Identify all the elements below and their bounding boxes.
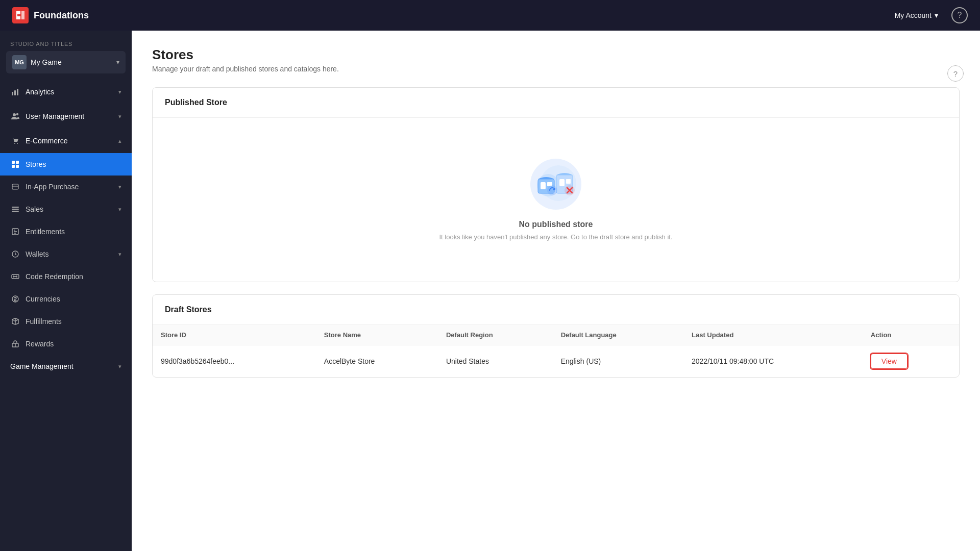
sidebar-item-sales[interactable]: Sales ▾ (0, 198, 132, 220)
sidebar-item-fulfillments[interactable]: Fulfillments (0, 310, 132, 333)
studio-selector[interactable]: MG My Game ▾ (6, 51, 126, 73)
svg-point-30 (547, 185, 557, 195)
draft-stores-card: Draft Stores Store ID Store Name Default… (152, 294, 960, 378)
in-app-purchase-icon (10, 182, 20, 192)
entitlements-label: Entitlements (26, 228, 65, 236)
nav-right: My Account ▾ ? (890, 7, 968, 23)
table-header-row: Store ID Store Name Default Region Defau… (153, 325, 959, 345)
user-management-label: User Management (26, 112, 84, 120)
empty-store-illustration (525, 159, 586, 210)
wallets-chevron-icon: ▾ (118, 251, 121, 258)
store-illustration-svg (533, 164, 579, 205)
col-action: Action (863, 325, 959, 345)
layout: STUDIO AND TITLES MG My Game ▾ Analytics… (0, 31, 980, 551)
in-app-purchase-label: In-App Purchase (26, 183, 79, 191)
sidebar: STUDIO AND TITLES MG My Game ▾ Analytics… (0, 31, 132, 551)
logo-icon (12, 7, 29, 23)
code-redemption-icon (10, 271, 20, 282)
my-account-label: My Account (895, 11, 932, 19)
svg-rect-0 (12, 7, 29, 23)
sidebar-item-ecommerce[interactable]: E-Commerce ▴ (0, 129, 132, 153)
entitlements-icon (10, 227, 20, 237)
sidebar-item-stores[interactable]: Stores (0, 153, 132, 176)
users-icon (10, 111, 20, 121)
col-last-updated: Last Updated (683, 325, 863, 345)
draft-stores-header: Draft Stores (153, 295, 959, 325)
store-region-cell: United States (438, 345, 553, 378)
sales-label: Sales (26, 205, 43, 213)
col-default-region: Default Region (438, 325, 553, 345)
sales-chevron-icon: ▾ (118, 206, 121, 213)
main-content-area: ? Stores Manage your draft and published… (132, 31, 980, 551)
sidebar-item-wallets[interactable]: Wallets ▾ (0, 243, 132, 265)
page-content: Stores Manage your draft and published s… (132, 31, 980, 406)
in-app-purchase-chevron-icon: ▾ (118, 184, 121, 190)
rewards-label: Rewards (26, 340, 54, 348)
studio-chevron-icon: ▾ (116, 59, 119, 66)
svg-point-4 (13, 113, 16, 116)
svg-rect-1 (12, 92, 13, 95)
svg-point-7 (17, 143, 18, 144)
page-subtitle: Manage your draft and published stores a… (152, 65, 960, 73)
sidebar-item-entitlements[interactable]: Entitlements (0, 220, 132, 243)
svg-point-5 (16, 113, 18, 115)
wallets-icon (10, 249, 20, 259)
svg-rect-24 (541, 182, 546, 189)
sidebar-item-analytics[interactable]: Analytics ▾ (0, 80, 132, 104)
store-language-cell: English (US) (553, 345, 683, 378)
published-store-header: Published Store (153, 88, 959, 118)
svg-rect-8 (12, 161, 15, 164)
sidebar-item-currencies[interactable]: Currencies (0, 288, 132, 310)
fulfillments-label: Fulfillments (26, 317, 62, 325)
app-title: Foundations (34, 10, 89, 21)
sidebar-item-game-management[interactable]: Game Management ▾ (0, 355, 132, 378)
table-body: 99d0f3a6b5264feeb0... AccelByte Store Un… (153, 345, 959, 378)
sidebar-item-code-redemption[interactable]: Code Redemption (0, 265, 132, 288)
help-button[interactable]: ? (951, 7, 968, 23)
page-title: Stores (152, 47, 960, 63)
page-help-button[interactable]: ? (947, 65, 964, 82)
store-action-cell: View (863, 345, 959, 378)
sidebar-item-user-management[interactable]: User Management ▾ (0, 104, 132, 129)
table-row: 99d0f3a6b5264feeb0... AccelByte Store Un… (153, 345, 959, 378)
rewards-icon (10, 339, 20, 349)
svg-rect-14 (12, 209, 19, 210)
empty-state: No published store It looks like you hav… (165, 128, 947, 271)
store-updated-cell: 2022/10/11 09:48:00 UTC (683, 345, 863, 378)
my-account-button[interactable]: My Account ▾ (890, 8, 943, 22)
stores-icon (10, 159, 20, 169)
published-store-body: No published store It looks like you hav… (153, 118, 959, 282)
analytics-label: Analytics (26, 88, 54, 96)
svg-rect-13 (12, 207, 19, 208)
svg-rect-2 (14, 90, 16, 95)
store-name-cell: AccelByte Store (316, 345, 438, 378)
sidebar-item-in-app-purchase[interactable]: In-App Purchase ▾ (0, 176, 132, 198)
fulfillments-icon (10, 316, 20, 327)
svg-rect-15 (12, 211, 19, 212)
studio-avatar: MG (12, 55, 27, 69)
stores-label: Stores (26, 160, 46, 168)
sidebar-section-label: STUDIO AND TITLES (0, 31, 132, 51)
empty-store-title: No published store (519, 220, 593, 229)
col-store-id: Store ID (153, 325, 316, 345)
studio-name: My Game (31, 58, 112, 66)
nav-left: Foundations (12, 7, 89, 23)
code-redemption-label: Code Redemption (26, 272, 83, 281)
col-default-language: Default Language (553, 325, 683, 345)
svg-rect-11 (16, 165, 19, 168)
svg-rect-9 (16, 161, 19, 164)
svg-rect-27 (559, 179, 565, 186)
user-management-chevron-icon: ▾ (118, 113, 121, 120)
currencies-label: Currencies (26, 295, 60, 303)
svg-rect-3 (17, 89, 18, 95)
sidebar-item-rewards[interactable]: Rewards (0, 333, 132, 355)
sales-icon (10, 204, 20, 214)
wallets-label: Wallets (26, 250, 48, 258)
chevron-down-icon: ▾ (935, 11, 938, 19)
view-store-button[interactable]: View (871, 354, 908, 369)
svg-point-6 (14, 143, 15, 144)
analytics-chevron-icon: ▾ (118, 89, 121, 95)
ecommerce-label: E-Commerce (26, 137, 67, 145)
store-id-cell: 99d0f3a6b5264feeb0... (153, 345, 316, 378)
svg-rect-28 (566, 179, 571, 184)
